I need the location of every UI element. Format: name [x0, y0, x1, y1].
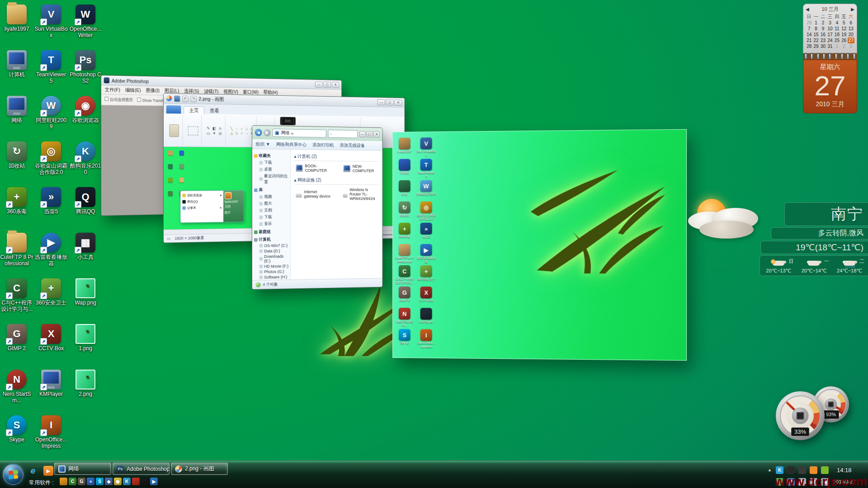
calendar-cell[interactable]: 9 [820, 26, 826, 32]
minimize-button[interactable]: — [315, 81, 323, 87]
group-header[interactable]: ▴ 计算机 (2) [294, 153, 379, 162]
toolbar-item[interactable]: 组织 ▼ [256, 141, 270, 147]
calendar-prev-icon[interactable]: ◀ [806, 7, 809, 12]
shape-icon[interactable]: → [245, 131, 249, 136]
calendar-cell[interactable]: 22 [812, 38, 819, 43]
calendar-cell[interactable]: 11 [834, 26, 840, 32]
xunlei-icon[interactable]: » [87, 478, 94, 485]
shape-icon[interactable]: ╲ [229, 127, 234, 131]
back-button[interactable]: ◀ [255, 129, 262, 136]
maximize-button[interactable]: ▢ [367, 131, 373, 137]
sidebar-section-header[interactable]: 家庭组 [254, 229, 289, 235]
tab-view[interactable]: 查看 [204, 106, 225, 114]
calendar-cell[interactable]: 20 [848, 32, 854, 38]
explorer-item[interactable]: BOOK-COMPUTER [296, 164, 332, 173]
desktop-icon[interactable]: X↗CCTV Box [34, 324, 68, 352]
option-checkbox[interactable]: 自动选择图层 [105, 97, 133, 103]
calendar-cell[interactable]: 26 [840, 38, 847, 43]
calendar-gadget[interactable]: ◀ 10 三月 ▶ 日一二三四五六28123456789101112131415… [803, 4, 857, 113]
gimp-icon[interactable]: G [78, 478, 85, 485]
qq-black-tray-icon[interactable] [798, 466, 806, 474]
360-icon[interactable]: ◆ [105, 478, 113, 485]
desktop-icon[interactable]: ◎↗谷歌金山词霸 合作版2.0 [34, 141, 68, 175]
paint-menu-button[interactable] [166, 105, 181, 113]
tab-home[interactable]: 主页 [184, 106, 204, 114]
shape-icon[interactable]: ~ [234, 127, 239, 131]
desktop-icon[interactable]: C↗C与C++程序设计学习与... [0, 278, 33, 312]
cpu-gauge[interactable]: 33% [776, 391, 825, 440]
maximize-button[interactable]: ▢ [386, 99, 394, 105]
calendar-cell[interactable]: 17 [826, 32, 833, 38]
desktop-icon[interactable]: W↗阿里旺旺2009 [34, 96, 68, 130]
window-explorer[interactable]: ◀ ▶ 网络 ▸ ⌕ — ▢ ✕ 组织 ▼网络和共享中心添加打印机添加无线设备 … [252, 125, 382, 290]
save-icon[interactable] [174, 95, 180, 102]
menu-item[interactable]: 编辑(E) [125, 87, 141, 94]
close-button[interactable]: ✕ [394, 99, 402, 105]
undo-icon[interactable]: ↶ [182, 95, 188, 102]
start-button[interactable] [3, 464, 24, 485]
skype-icon[interactable]: S [96, 478, 104, 485]
desktop-icon[interactable]: K↗酷狗音乐2010 [69, 141, 102, 175]
close-button[interactable]: ✕ [332, 82, 340, 88]
toolbar-item[interactable]: 添加无线设备 [340, 142, 365, 148]
calendar-cell[interactable]: 27 [848, 38, 854, 43]
calendar-cell[interactable]: 29 [812, 43, 819, 49]
qq-icon[interactable] [141, 478, 149, 485]
desktop-icon[interactable]: N↗Nero StartSm... [0, 370, 33, 404]
sidebar-item[interactable]: OS-Win7 (C:) [253, 243, 289, 249]
calendar-cell[interactable]: 28 [806, 20, 812, 26]
calendar-cell[interactable]: 2 [840, 43, 847, 49]
shape-icon[interactable]: ☆ [240, 131, 244, 136]
taskbar-button[interactable]: PsAdobe Photoshop [113, 463, 170, 475]
desktop-icon[interactable]: +↗360安全卫士 [34, 278, 68, 306]
sidebar-item[interactable]: 图片 [253, 200, 289, 207]
desktop-icon[interactable]: liyafe1997 [0, 5, 33, 32]
360-tray-icon[interactable] [821, 466, 829, 474]
forward-button[interactable]: ▶ [264, 129, 270, 136]
shape-icon[interactable]: △ [229, 131, 234, 135]
calendar-cell[interactable]: 5 [840, 20, 847, 26]
calendar-cell[interactable]: 15 [812, 32, 819, 38]
maximize-button[interactable]: ▢ [323, 81, 331, 87]
explorer-item[interactable]: NEW-COMPUTER [343, 164, 379, 173]
tool-icon[interactable]: ▭ [206, 131, 211, 136]
sidebar-item[interactable]: 桌面 [253, 166, 289, 173]
flip3d-desktop-pane[interactable]: liyafe1997计算机网络↻回收站+360杀毒CuteFTP 8 Profe… [392, 129, 687, 361]
calendar-next-icon[interactable]: ▶ [851, 7, 854, 12]
wmp-icon[interactable]: ▶ [43, 466, 53, 476]
desktop-icon[interactable]: V↗Sun VirtualBox [34, 5, 68, 38]
calendar-cell[interactable]: 23 [820, 38, 826, 43]
calendar-cell[interactable]: 1 [812, 20, 819, 26]
calendar-cell[interactable]: 21 [806, 38, 812, 43]
search-input[interactable]: ⌕ [328, 130, 358, 138]
calendar-cell[interactable]: 1 [834, 43, 840, 49]
aliwangwang-icon[interactable] [60, 478, 67, 485]
calendar-cell[interactable]: 30 [820, 43, 826, 49]
kugou-icon[interactable]: K [123, 478, 131, 485]
chrome-icon[interactable]: ◉ [114, 478, 122, 485]
kugou-tray-icon[interactable]: K [776, 466, 783, 474]
sidebar-section-header[interactable]: 计算机 [254, 236, 289, 243]
paste-button[interactable] [169, 124, 179, 137]
calendar-cell[interactable]: 16 [820, 32, 826, 38]
shape-icon[interactable]: ○ [240, 127, 244, 131]
select-button[interactable] [188, 126, 198, 135]
toolbar-item[interactable]: 网络和共享中心 [276, 141, 307, 148]
qq-red-tray-icon[interactable] [787, 466, 795, 474]
sidebar-item[interactable]: HD Movie (F:) [253, 263, 289, 269]
ciba-tray-icon[interactable] [810, 466, 817, 474]
explorer-item[interactable]: Wireless N Router TL-WR841N/941N [343, 188, 379, 201]
desktop-icon[interactable]: +↗360杀毒 [0, 187, 33, 215]
calendar-cell[interactable]: 13 [848, 26, 854, 32]
desktop-icon[interactable]: ↗CuteFTP 8 Professional [0, 233, 33, 267]
desktop-icon[interactable]: »↗迅雷5 [34, 187, 68, 215]
desktop-icon[interactable]: 计算机 [0, 50, 33, 78]
desktop-icon[interactable]: 2.png [69, 370, 102, 397]
calendar-cell[interactable]: 4 [834, 20, 840, 26]
ie-icon[interactable]: e [28, 466, 38, 476]
calendar-cell[interactable]: 18 [834, 32, 840, 38]
red-app-icon[interactable] [132, 478, 140, 485]
tool-icon[interactable]: A [217, 126, 223, 131]
desktop-icon[interactable]: G↗GIMP 2 [0, 324, 33, 352]
calendar-cell[interactable]: 14 [806, 32, 812, 38]
